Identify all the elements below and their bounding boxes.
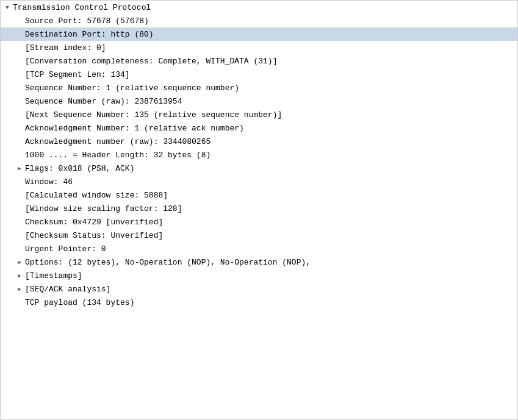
options-label: Options: (12 bytes), No-Operation (NOP),… [25, 258, 311, 267]
tcp-tree: Transmission Control ProtocolSource Port… [0, 0, 518, 420]
seq-num: Sequence Number: 1 (relative sequence nu… [1, 81, 517, 94]
seq-ack-analysis[interactable]: [SEQ/ACK analysis] [1, 282, 517, 296]
seq-num-raw: Sequence Number (raw): 2387613954 [1, 94, 517, 108]
tcp-root[interactable]: Transmission Control Protocol [1, 1, 517, 14]
source-port: Source Port: 57678 (57678) [1, 14, 517, 27]
tcp-root-label: Transmission Control Protocol [13, 3, 151, 12]
window-scaling: [Window size scaling factor: 128] [1, 202, 517, 215]
flags-expand-icon[interactable] [15, 164, 24, 173]
tcp-payload: TCP payload (134 bytes) [1, 296, 517, 309]
tcp-payload-label: TCP payload (134 bytes) [25, 298, 134, 307]
tcp-root-expand-icon[interactable] [3, 3, 12, 12]
stream-index: [Stream index: 0] [1, 41, 517, 54]
checksum: Checksum: 0x4729 [unverified] [1, 215, 517, 229]
options[interactable]: Options: (12 bytes), No-Operation (NOP),… [1, 255, 517, 269]
seq-num-label: Sequence Number: 1 (relative sequence nu… [25, 84, 239, 93]
calc-window-label: [Calculated window size: 5888] [25, 191, 168, 200]
window-label: Window: 46 [25, 177, 73, 187]
dest-port-label: Destination Port: http (80) [25, 30, 154, 39]
header-len-label: 1000 .... = Header Length: 32 bytes (8) [25, 151, 210, 160]
options-expand-icon[interactable] [15, 258, 24, 266]
stream-index-label: [Stream index: 0] [25, 43, 106, 52]
urgent-pointer: Urgent Pointer: 0 [1, 242, 517, 255]
urgent-pointer-label: Urgent Pointer: 0 [25, 244, 106, 254]
ack-num: Acknowledgment Number: 1 (relative ack n… [1, 121, 517, 135]
checksum-status-label: [Checksum Status: Unverified] [25, 231, 163, 240]
timestamps-expand-icon[interactable] [15, 271, 24, 280]
checksum-status: [Checksum Status: Unverified] [1, 229, 517, 242]
next-seq-num-label: [Next Sequence Number: 135 (relative seq… [25, 110, 282, 119]
tcp-seg-len: [TCP Segment Len: 134] [1, 68, 517, 81]
window-scaling-label: [Window size scaling factor: 128] [25, 204, 182, 213]
conv-completeness: [Conversation completeness: Complete, WI… [1, 54, 517, 68]
tcp-seg-len-label: [TCP Segment Len: 134] [25, 70, 130, 79]
conv-completeness-label: [Conversation completeness: Complete, WI… [25, 57, 277, 66]
dest-port: Destination Port: http (80) [1, 27, 517, 41]
seq-num-raw-label: Sequence Number (raw): 2387613954 [25, 97, 182, 106]
calc-window: [Calculated window size: 5888] [1, 188, 517, 202]
seq-ack-analysis-expand-icon[interactable] [15, 285, 24, 293]
timestamps[interactable]: [Timestamps] [1, 269, 517, 282]
source-port-label: Source Port: 57678 (57678) [25, 16, 149, 26]
ack-num-label: Acknowledgment Number: 1 (relative ack n… [25, 124, 244, 133]
flags-label: Flags: 0x018 (PSH, ACK) [25, 164, 134, 173]
header-len: 1000 .... = Header Length: 32 bytes (8) [1, 148, 517, 162]
next-seq-num: [Next Sequence Number: 135 (relative seq… [1, 108, 517, 121]
checksum-label: Checksum: 0x4729 [unverified] [25, 218, 163, 227]
flags[interactable]: Flags: 0x018 (PSH, ACK) [1, 162, 517, 175]
timestamps-label: [Timestamps] [25, 271, 82, 280]
seq-ack-analysis-label: [SEQ/ACK analysis] [25, 285, 110, 294]
window: Window: 46 [1, 175, 517, 188]
ack-num-raw-label: Acknowledgment number (raw): 3344080265 [25, 137, 210, 146]
ack-num-raw: Acknowledgment number (raw): 3344080265 [1, 135, 517, 148]
